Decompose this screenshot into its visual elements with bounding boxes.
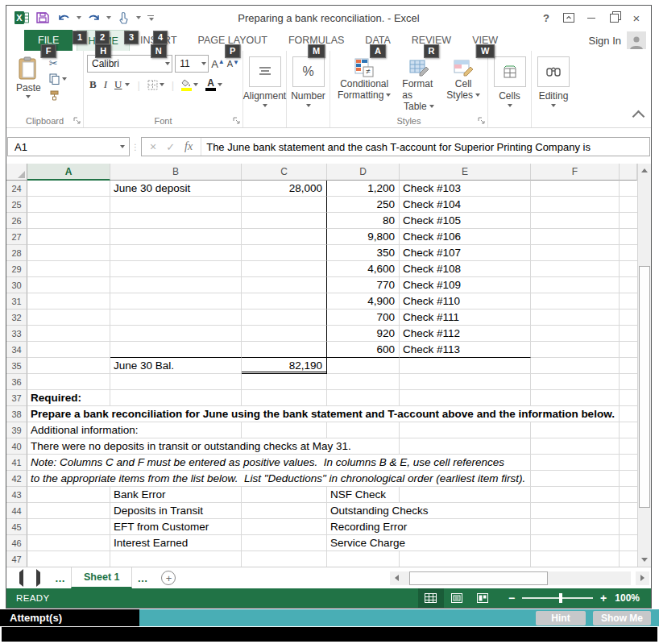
row-header-34[interactable]: 34 [6,342,27,358]
cell-D31[interactable]: 4,900 [327,293,400,310]
cell-D28[interactable]: 350 [327,245,400,261]
cell-B44[interactable]: Deposits in Transit [110,503,242,519]
row-header-24[interactable]: 24 [6,181,27,197]
font-size-combo[interactable]: 11 [175,55,209,73]
cell-D44[interactable]: Outstanding Checks [327,503,400,519]
cell-E28[interactable]: Check #107 [400,245,531,261]
name-box[interactable]: A1 [7,137,130,156]
cell-A37[interactable]: Required: [27,390,110,406]
horizontal-scroll-thumb[interactable] [409,571,548,585]
tab-page-layout[interactable]: PAGE LAYOUTP [188,30,278,51]
row-header-31[interactable]: 31 [6,293,27,310]
cell-B31[interactable] [110,293,242,310]
row-header-46[interactable]: 46 [6,535,27,551]
show-me-button[interactable]: Show Me [593,611,651,625]
cell-C37[interactable] [242,390,327,406]
save-icon[interactable] [34,9,52,27]
cell-A38[interactable]: Prepare a bank reconciliation for June u… [27,406,110,422]
redo-icon[interactable] [85,9,102,27]
cell-C24[interactable]: 28,000 [242,181,327,197]
cell-A31[interactable] [27,293,110,310]
cell-C26[interactable] [242,213,327,229]
cell-D37[interactable] [327,390,400,406]
cell-E34[interactable]: Check #113 [400,342,531,358]
vertical-scrollbar[interactable] [637,164,651,567]
undo-icon[interactable] [55,9,73,27]
cut-button[interactable]: ✂ [49,56,67,69]
cell-C46[interactable] [242,535,327,551]
cell-B28[interactable] [110,245,242,261]
underline-dropdown-icon[interactable] [125,83,130,86]
cell-A35[interactable] [27,358,110,374]
grow-font-button[interactable]: A▲ [211,58,225,70]
column-header-D[interactable]: D [327,164,400,181]
cell-C39[interactable] [242,422,327,438]
row-header-44[interactable]: 44 [6,503,27,519]
fill-color-button[interactable] [181,79,198,91]
format-as-table-button[interactable]: Format as Table [398,56,439,114]
cell-C30[interactable] [242,277,327,293]
cell-B33[interactable] [110,326,242,342]
clipboard-dialog-launcher-icon[interactable] [73,117,81,125]
cell-C28[interactable] [242,245,327,261]
cell-A29[interactable] [27,261,110,277]
sheet-ellipsis-left[interactable]: … [50,572,71,584]
cell-F29[interactable] [531,261,620,277]
cell-D26[interactable]: 80 [327,213,400,229]
cell-C35[interactable]: 82,190 [242,358,327,374]
cell-C31[interactable] [242,293,327,310]
cell-A47[interactable] [27,551,110,567]
cell-C25[interactable] [242,197,327,213]
sign-in[interactable]: Sign In [589,30,651,51]
column-header-A[interactable]: A [27,164,110,181]
zoom-level[interactable]: 100% [615,592,651,604]
new-sheet-button[interactable]: + [161,571,176,585]
row-header-29[interactable]: 29 [6,261,27,277]
cell-F44[interactable] [531,503,620,519]
shrink-font-button[interactable]: A▼ [227,59,239,69]
cell-C29[interactable] [242,261,327,277]
row-header-35[interactable]: 35 [6,358,27,374]
cell-A32[interactable] [27,310,110,326]
insert-function-icon[interactable]: fx [184,140,193,153]
row-header-26[interactable]: 26 [6,213,27,229]
cell-F36[interactable] [531,374,620,390]
cell-F41[interactable] [531,455,620,471]
collapse-ribbon-icon[interactable] [632,110,645,123]
restore-icon[interactable] [603,8,625,27]
cell-B32[interactable] [110,310,242,326]
cell-F46[interactable] [531,535,620,551]
row-header-39[interactable]: 39 [6,422,27,438]
undo-dropdown-icon[interactable] [77,16,81,19]
cell-E25[interactable]: Check #104 [400,197,531,213]
enter-icon[interactable]: ✓ [166,141,175,153]
cell-D45[interactable]: Recording Error [327,519,400,535]
row-header-32[interactable]: 32 [6,310,27,326]
cell-E26[interactable]: Check #105 [400,213,531,229]
conditional-formatting-button[interactable]: ≠ Conditional Formatting [334,56,395,114]
cell-B37[interactable] [110,390,242,406]
cell-B26[interactable] [110,213,242,229]
cell-A27[interactable] [27,229,110,245]
cell-D24[interactable]: 1,200 [327,181,400,197]
cell-D33[interactable]: 920 [327,326,400,342]
cell-A28[interactable] [27,245,110,261]
cell-E39[interactable] [400,422,531,438]
cell-A33[interactable] [27,326,110,342]
borders-button[interactable] [147,80,164,90]
cell-B25[interactable] [110,197,242,213]
cell-E31[interactable]: Check #110 [400,293,531,310]
cell-F28[interactable] [531,245,620,261]
select-all-button[interactable] [6,164,27,181]
column-header-B[interactable]: B [110,164,242,181]
cell-A43[interactable] [27,487,110,503]
cell-F27[interactable] [531,229,620,245]
cell-D39[interactable] [327,422,400,438]
cell-F43[interactable] [531,487,620,503]
cell-C34[interactable] [242,342,327,358]
cell-F42[interactable] [531,471,620,487]
zoom-slider[interactable] [522,597,593,599]
page-layout-view-button[interactable] [444,588,470,608]
cell-F33[interactable] [531,326,620,342]
cell-B27[interactable] [110,229,242,245]
